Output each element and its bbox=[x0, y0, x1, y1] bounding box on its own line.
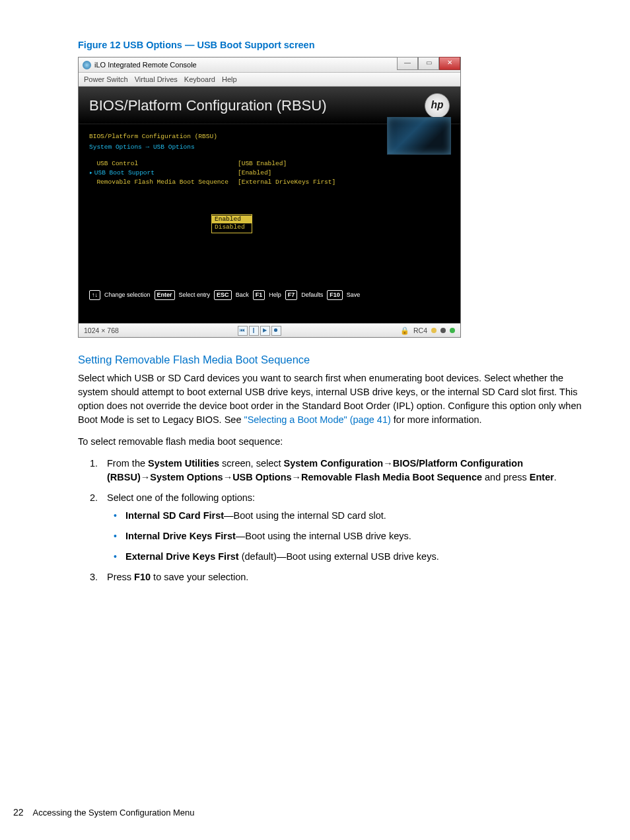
step-3: Press F10 to save your selection. bbox=[100, 570, 585, 584]
section-heading: Setting Removable Flash Media Boot Seque… bbox=[78, 354, 585, 366]
menu-power-switch[interactable]: Power Switch bbox=[84, 75, 128, 83]
key-label: Help bbox=[269, 291, 281, 300]
options-bullets: Internal SD Card First—Boot using the in… bbox=[107, 509, 585, 564]
window-titlebar: iLO Integrated Remote Console — ▭ ✕ bbox=[79, 57, 460, 73]
lock-icon: 🔒 bbox=[400, 326, 409, 335]
key-label: Back bbox=[236, 291, 249, 300]
close-button[interactable]: ✕ bbox=[439, 57, 460, 70]
bullet-external-drive: External Drive Keys First (default)—Boot… bbox=[125, 550, 585, 564]
maximize-button[interactable]: ▭ bbox=[418, 57, 439, 70]
steps-list: From the System Utilities screen, select… bbox=[78, 457, 585, 584]
rewind-icon[interactable]: ⏮ bbox=[238, 326, 248, 336]
rc-label: RC4 bbox=[413, 326, 427, 334]
step-1: From the System Utilities screen, select… bbox=[100, 457, 585, 484]
option-row[interactable]: USB Control [USB Enabled] bbox=[89, 159, 450, 169]
dropdown-popup[interactable]: Enabled Disabled bbox=[211, 214, 252, 233]
option-value: [Enabled] bbox=[238, 169, 271, 178]
status-dot-green bbox=[450, 328, 455, 333]
step-2: Select one of the following options: Int… bbox=[100, 491, 585, 564]
status-dot-yellow bbox=[431, 328, 437, 333]
bullet-internal-sd: Internal SD Card First—Boot using the in… bbox=[125, 509, 585, 523]
paragraph: Select which USB or SD Card devices you … bbox=[78, 371, 585, 427]
key-label: Defaults bbox=[301, 291, 323, 300]
breadcrumb-line2: System Options → USB Options bbox=[89, 143, 450, 152]
key-updown: ↑↓ bbox=[89, 290, 100, 301]
key-esc: ESC bbox=[214, 290, 232, 301]
window-title: iLO Integrated Remote Console bbox=[94, 61, 197, 69]
option-label: USB Control bbox=[89, 159, 238, 169]
status-bar: 1024 × 768 ⏮ ‖ ▶ ⏺ 🔒 RC4 bbox=[79, 323, 460, 337]
dropdown-item-disabled[interactable]: Disabled bbox=[212, 223, 252, 231]
paragraph: To select removable flash media boot seq… bbox=[78, 435, 585, 449]
key-enter: Enter bbox=[155, 290, 175, 301]
page-number: 22 bbox=[13, 807, 24, 818]
minimize-button[interactable]: — bbox=[397, 57, 418, 70]
dropdown-item-enabled[interactable]: Enabled bbox=[212, 215, 252, 223]
menubar: Power Switch Virtual Drives Keyboard Hel… bbox=[79, 73, 460, 87]
console-window: iLO Integrated Remote Console — ▭ ✕ Powe… bbox=[78, 57, 461, 338]
status-dot-grey bbox=[440, 328, 446, 333]
pause-icon[interactable]: ‖ bbox=[249, 326, 259, 336]
caret-icon: ▸ bbox=[89, 169, 93, 176]
key-label: Select entry bbox=[179, 291, 211, 300]
option-label: ▸USB Boot Support bbox=[89, 169, 238, 178]
record-icon[interactable]: ⏺ bbox=[271, 326, 281, 336]
option-label: Removable Flash Media Boot Sequence bbox=[89, 178, 238, 187]
option-value: [External DriveKeys First] bbox=[238, 178, 335, 187]
key-f10: F10 bbox=[327, 290, 343, 301]
key-f7: F7 bbox=[285, 290, 298, 301]
key-f1: F1 bbox=[253, 290, 265, 301]
menu-virtual-drives[interactable]: Virtual Drives bbox=[135, 75, 178, 83]
bios-title: BIOS/Platform Configuration (RBSU) bbox=[89, 97, 326, 114]
bios-footer: ↑↓Change selection EnterSelect entry ESC… bbox=[89, 290, 450, 301]
option-row-selected[interactable]: ▸USB Boot Support [Enabled] bbox=[89, 169, 450, 178]
option-value: [USB Enabled] bbox=[238, 159, 287, 169]
link-selecting-boot-mode[interactable]: "Selecting a Boot Mode" (page 41) bbox=[244, 414, 390, 425]
option-row[interactable]: Removable Flash Media Boot Sequence [Ext… bbox=[89, 178, 450, 187]
page-footer: 22 Accessing the System Configuration Me… bbox=[13, 807, 195, 818]
resolution-label: 1024 × 768 bbox=[84, 326, 119, 334]
menu-keyboard[interactable]: Keyboard bbox=[184, 75, 215, 83]
playback-controls: ⏮ ‖ ▶ ⏺ bbox=[238, 326, 281, 336]
menu-help[interactable]: Help bbox=[222, 75, 237, 83]
figure-caption: Figure 12 USB Options — USB Boot Support… bbox=[78, 40, 585, 50]
play-icon[interactable]: ▶ bbox=[260, 326, 270, 336]
breadcrumb-line1: BIOS/Platform Configuration (RBSU) bbox=[89, 132, 450, 141]
app-icon bbox=[83, 61, 91, 69]
bullet-internal-drive: Internal Drive Keys First—Boot using the… bbox=[125, 529, 585, 543]
key-label: Save bbox=[347, 291, 361, 300]
key-label: Change selection bbox=[104, 291, 151, 300]
hp-logo-icon: hp bbox=[425, 93, 450, 118]
bios-screen: BIOS/Platform Configuration (RBSU) hp BI… bbox=[79, 87, 460, 323]
footer-title: Accessing the System Configuration Menu bbox=[33, 808, 195, 818]
